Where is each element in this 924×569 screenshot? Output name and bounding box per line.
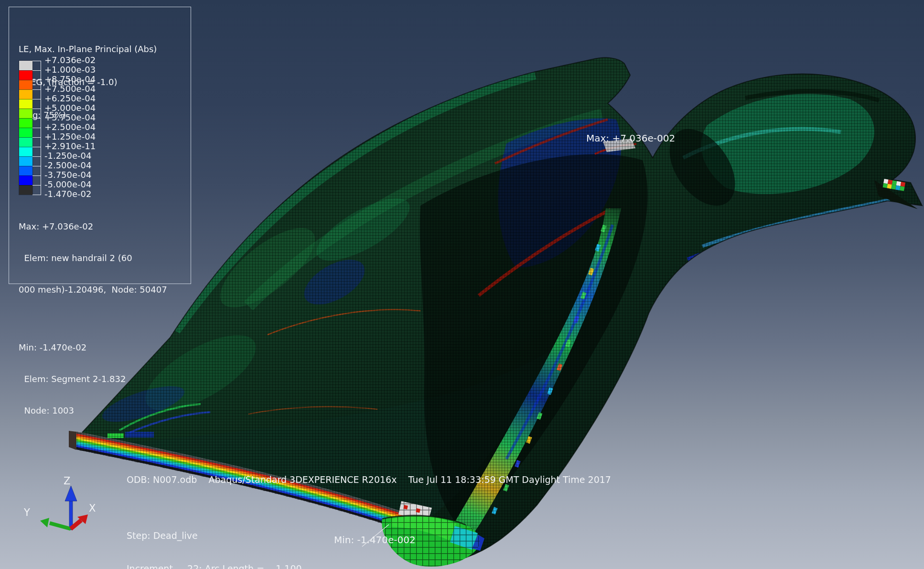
legend-min-elem: Elem: Segment 2-1.832 xyxy=(19,374,167,384)
legend-tick-label: +1.000e-03 xyxy=(44,65,96,75)
legend-band xyxy=(19,61,32,70)
legend-tick-label: +3.750e-04 xyxy=(44,112,96,122)
legend-tickmark xyxy=(32,99,41,99)
legend-band xyxy=(19,80,32,89)
triad-x-label: X xyxy=(89,503,96,514)
legend-tickmark xyxy=(32,89,41,90)
legend-tickmark xyxy=(32,156,41,157)
legend-tick-label: +6.250e-04 xyxy=(44,93,96,103)
legend-tick-label: -5.000e-04 xyxy=(44,179,92,189)
legend-band xyxy=(19,89,32,99)
legend-tick-label: +2.910e-11 xyxy=(44,141,96,151)
legend-tickmark xyxy=(32,118,41,119)
legend-tick-label: +8.750e-04 xyxy=(44,74,96,84)
legend-tick-label: -1.250e-04 xyxy=(44,151,92,161)
max-annotation: Max: +7.036e-002 xyxy=(586,132,675,144)
legend-max-node: 000 mesh)-1.20496, Node: 50407 xyxy=(19,284,167,295)
legend-tickmark xyxy=(32,61,41,61)
legend-band xyxy=(19,70,32,80)
triad-z-label: Z xyxy=(64,475,70,487)
legend-tick-label: +7.500e-04 xyxy=(44,84,96,94)
increment-line: Increment 22: Arc Length = 1.100 xyxy=(127,563,389,569)
legend-maxmin-info: Max: +7.036e-02 Elem: new handrail 2 (60… xyxy=(19,200,167,437)
legend-tick-label: -1.470e-02 xyxy=(44,189,92,199)
legend-band xyxy=(19,137,32,147)
legend-colorbar xyxy=(19,61,32,195)
legend-min-value: Min: -1.470e-02 xyxy=(19,342,167,353)
legend-tick-label: +2.500e-04 xyxy=(44,122,96,132)
legend-tickmark xyxy=(32,166,41,166)
legend-tickmark xyxy=(32,137,41,138)
legend-band xyxy=(19,147,32,156)
odb-title-line: ODB: N007.odb Abaqus/Standard 3DEXPERIEN… xyxy=(127,474,611,485)
legend-band xyxy=(19,109,32,118)
legend-tickmark xyxy=(32,128,41,128)
legend-tick-axis xyxy=(41,61,41,195)
step-line: Step: Dead_live xyxy=(127,530,389,541)
legend-band xyxy=(19,175,32,185)
legend-band xyxy=(19,166,32,175)
triad-icon xyxy=(40,486,88,530)
legend-tick-label: +1.250e-04 xyxy=(44,131,96,142)
legend-tickmark xyxy=(32,195,41,195)
triad-y-arrow xyxy=(40,518,49,527)
legend-tickmark xyxy=(32,185,41,186)
legend-tick-label: -3.750e-04 xyxy=(44,170,92,180)
legend-tick-label: +5.000e-04 xyxy=(44,103,96,113)
legend-tickmark xyxy=(32,175,41,176)
triad-y-label: Y xyxy=(24,507,30,518)
legend-band xyxy=(19,99,32,109)
legend-title-line-1: LE, Max. In-Plane Principal (Abs) xyxy=(19,44,157,55)
legend-min-node: Node: 1003 xyxy=(19,405,167,416)
legend-band xyxy=(19,128,32,137)
legend-tickmark xyxy=(32,147,41,147)
legend-panel: LE, Max. In-Plane Principal (Abs) SNEG, … xyxy=(9,7,191,284)
legend-tick-label: -2.500e-04 xyxy=(44,160,92,170)
legend-max-elem: Elem: new handrail 2 (60 xyxy=(19,253,167,263)
legend-tickmark xyxy=(32,80,41,80)
legend-tickmark xyxy=(32,70,41,71)
state-block: Step: Dead_live Increment 22: Arc Length… xyxy=(127,508,389,569)
legend-scale: +7.036e-02+1.000e-03+8.750e-04+7.500e-04… xyxy=(19,61,182,195)
legend-band xyxy=(19,185,32,195)
legend-band xyxy=(19,118,32,128)
triad-z-arrow xyxy=(65,486,77,501)
legend-max-value: Max: +7.036e-02 xyxy=(19,221,167,232)
viewport[interactable]: LE, Max. In-Plane Principal (Abs) SNEG, … xyxy=(0,0,924,569)
legend-band xyxy=(19,156,32,166)
legend-tickmark xyxy=(32,109,41,109)
legend-tick-label: +7.036e-02 xyxy=(44,55,96,65)
